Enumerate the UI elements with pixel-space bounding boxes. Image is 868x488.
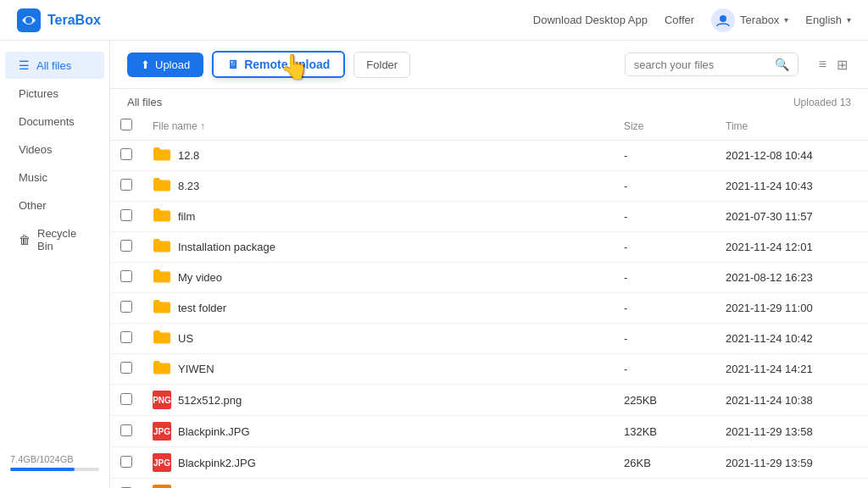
row-file-name[interactable]: 12.8 xyxy=(178,149,199,162)
sidebar-item-label-videos: Videos xyxy=(19,143,53,156)
row-time-cell: 2021-09-15 11:51 xyxy=(715,479,868,489)
row-file-name[interactable]: Installation package xyxy=(178,241,275,253)
sidebar-item-label-pictures: Pictures xyxy=(19,87,58,100)
row-checkbox[interactable] xyxy=(120,331,132,343)
row-name-cell: JPGBlackpink.JPG xyxy=(142,416,614,447)
row-checkbox-cell xyxy=(110,293,142,324)
row-checkbox-cell xyxy=(110,263,142,293)
row-time-cell: 2021-11-24 12:01 xyxy=(715,232,868,263)
search-input[interactable] xyxy=(634,58,770,71)
row-time-cell: 2021-11-29 13:58 xyxy=(715,416,868,447)
row-size-cell: 227KB xyxy=(614,479,715,489)
sidebar-item-other[interactable]: Other xyxy=(5,192,104,219)
toolbar: ⬆ Upload 🖥 Remote upload Folder 🔍 ≡ ⊞ xyxy=(110,41,868,89)
select-all-checkbox[interactable] xyxy=(120,119,132,130)
row-name-cell: test folder xyxy=(142,293,614,324)
sidebar-item-music[interactable]: Music xyxy=(5,164,104,191)
table-row: US-2021-11-24 10:42 xyxy=(110,324,868,354)
row-checkbox[interactable] xyxy=(120,209,132,221)
row-file-name[interactable]: Blackpink.JPG xyxy=(178,425,250,438)
row-time-cell: 2021-11-29 11:00 xyxy=(715,293,868,324)
col-time-label: Time xyxy=(726,120,748,132)
upload-label: Upload xyxy=(155,58,190,71)
sidebar-item-documents[interactable]: Documents xyxy=(5,108,104,135)
sidebar-item-label-documents: Documents xyxy=(19,115,75,128)
folder-icon xyxy=(153,330,171,347)
view-controls: ≡ ⊞ xyxy=(815,53,851,76)
row-checkbox[interactable] xyxy=(120,240,132,252)
row-time-cell: 2021-11-29 13:59 xyxy=(715,447,868,479)
row-file-name[interactable]: US xyxy=(178,332,193,345)
row-name-cell: Installation package xyxy=(142,232,614,263)
row-file-name[interactable]: My video xyxy=(178,271,222,284)
row-checkbox[interactable] xyxy=(120,301,132,313)
language-selector[interactable]: English ▾ xyxy=(805,14,851,26)
col-header-check xyxy=(110,112,142,141)
language-chevron-icon: ▾ xyxy=(847,15,851,25)
table-row: test folder-2021-11-29 11:00 xyxy=(110,293,868,324)
header-right: Download Desktop App Coffer Terabox ▾ En… xyxy=(533,8,851,32)
row-time-cell: 2021-11-24 10:38 xyxy=(715,385,868,416)
jpg-icon: JPG xyxy=(153,453,171,472)
row-checkbox-cell xyxy=(110,324,142,354)
recycle-bin-icon: 🗑 xyxy=(19,233,31,247)
row-name-cell: 8.23 xyxy=(142,171,614,202)
new-folder-button[interactable]: Folder xyxy=(353,52,410,78)
sidebar-item-all-files[interactable]: ☰ All files xyxy=(5,52,104,79)
file-icon: 🐕 xyxy=(153,485,171,488)
row-checkbox-cell xyxy=(110,479,142,489)
sidebar-item-pictures[interactable]: Pictures xyxy=(5,80,104,107)
row-size-cell: 26KB xyxy=(614,447,715,479)
row-file-name[interactable]: 512x512.png xyxy=(178,394,242,407)
all-files-icon: ☰ xyxy=(19,58,30,72)
row-checkbox-cell xyxy=(110,232,142,263)
row-file-name[interactable]: Blackpink2.JPG xyxy=(178,457,256,469)
folder-icon xyxy=(153,238,171,256)
row-size-cell: - xyxy=(614,202,715,232)
row-file-name[interactable]: test folder xyxy=(178,302,226,314)
download-desktop-link[interactable]: Download Desktop App xyxy=(533,14,648,26)
coffer-link[interactable]: Coffer xyxy=(665,14,694,26)
row-time-cell: 2021-07-30 11:57 xyxy=(715,202,868,232)
row-name-cell: PNG512x512.png xyxy=(142,385,614,416)
breadcrumb: All files xyxy=(127,96,162,108)
row-checkbox[interactable] xyxy=(120,362,132,374)
row-name-cell: 🐕dog xyxy=(142,479,614,489)
row-checkbox[interactable] xyxy=(120,179,132,191)
row-checkbox[interactable] xyxy=(120,456,132,468)
row-size-cell: - xyxy=(614,232,715,263)
row-file-name[interactable]: film xyxy=(178,210,195,223)
language-label: English xyxy=(805,14,842,26)
sidebar-item-label-music: Music xyxy=(19,171,47,184)
layout: ☰ All files Pictures Documents Videos Mu… xyxy=(0,41,868,488)
upload-button[interactable]: ⬆ Upload xyxy=(127,53,203,77)
row-checkbox[interactable] xyxy=(120,393,132,405)
row-file-name[interactable]: 8.23 xyxy=(178,180,199,192)
row-checkbox[interactable] xyxy=(120,270,132,282)
list-view-button[interactable]: ≡ xyxy=(815,53,830,76)
storage-text: 7.4GB/1024GB xyxy=(10,454,99,464)
row-checkbox[interactable] xyxy=(120,148,132,160)
table-row: 8.23-2021-11-24 10:43 xyxy=(110,171,868,202)
row-time-cell: 2021-11-24 10:43 xyxy=(715,171,868,202)
jpg-icon: JPG xyxy=(153,422,171,441)
col-header-name[interactable]: File name ↑ xyxy=(142,112,614,141)
remote-upload-button[interactable]: 🖥 Remote upload xyxy=(212,51,345,78)
row-name-cell: film xyxy=(142,202,614,232)
row-size-cell: - xyxy=(614,171,715,202)
logo-text: TeraBox xyxy=(47,13,101,28)
storage-fill xyxy=(10,468,75,471)
table-row: 🐕dog227KB2021-09-15 11:51 xyxy=(110,479,868,489)
grid-view-button[interactable]: ⊞ xyxy=(833,53,851,76)
row-file-name[interactable]: YIWEN xyxy=(178,363,214,375)
row-size-cell: - xyxy=(614,141,715,171)
row-checkbox[interactable] xyxy=(120,424,132,436)
sidebar-item-videos[interactable]: Videos xyxy=(5,136,104,163)
svg-point-1 xyxy=(25,17,32,24)
folder-icon xyxy=(153,208,171,225)
row-size-cell: 132KB xyxy=(614,416,715,447)
sidebar-item-recycle-bin[interactable]: 🗑 Recycle Bin xyxy=(5,220,104,259)
user-menu[interactable]: Terabox ▾ xyxy=(711,8,788,32)
sidebar: ☰ All files Pictures Documents Videos Mu… xyxy=(0,41,110,488)
svg-point-2 xyxy=(720,15,726,22)
